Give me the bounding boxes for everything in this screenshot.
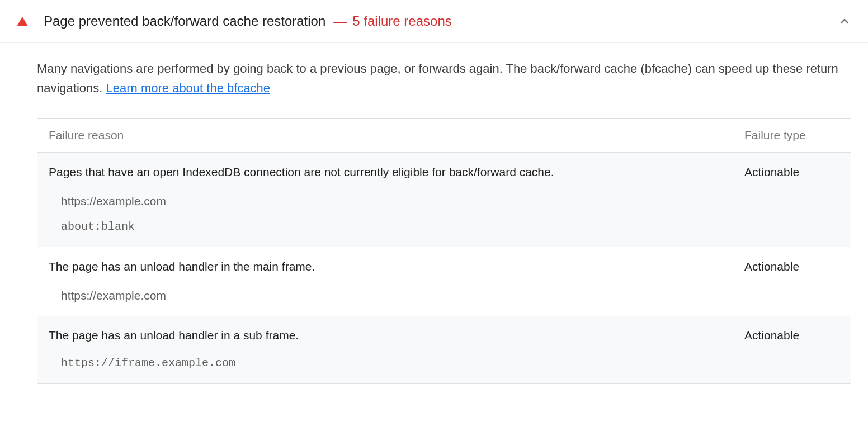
url-list: https://iframe.example.com <box>49 356 839 371</box>
learn-more-link[interactable]: Learn more about the bfcache <box>106 81 271 95</box>
failure-type: Actionable <box>744 260 839 273</box>
reason-text: Pages that have an open IndexedDB connec… <box>49 164 744 180</box>
dash-separator: — <box>333 13 347 29</box>
url-list: https://example.comabout:blank <box>49 193 839 235</box>
audit-header[interactable]: Page prevented back/forward cache restor… <box>0 0 868 43</box>
audit-body: Many navigations are performed by going … <box>0 43 868 400</box>
url-item: https://iframe.example.com <box>61 356 839 371</box>
warning-triangle-icon <box>17 17 28 26</box>
reason-text: The page has an unload handler in a sub … <box>49 327 744 343</box>
chevron-up-icon[interactable] <box>838 15 851 28</box>
url-item: about:blank <box>61 219 839 235</box>
audit-title: Page prevented back/forward cache restor… <box>44 13 326 29</box>
failure-summary: 5 failure reasons <box>352 13 451 29</box>
url-item: https://example.com <box>61 287 839 304</box>
table-body: Pages that have an open IndexedDB connec… <box>37 153 851 383</box>
table-row: Pages that have an open IndexedDB connec… <box>37 153 851 247</box>
url-item: https://example.com <box>61 193 839 209</box>
table-row: The page has an unload handler in a sub … <box>37 316 851 383</box>
col-header-type: Failure type <box>744 129 839 142</box>
url-list: https://example.com <box>49 287 839 304</box>
table-header: Failure reason Failure type <box>37 119 851 153</box>
table-row-top: The page has an unload handler in a sub … <box>49 327 839 343</box>
reason-text: The page has an unload handler in the ma… <box>49 258 744 274</box>
col-header-reason: Failure reason <box>49 129 744 142</box>
table-row: The page has an unload handler in the ma… <box>37 247 851 316</box>
audit-description: Many navigations are performed by going … <box>37 59 851 98</box>
failure-type: Actionable <box>744 329 839 342</box>
failure-table: Failure reason Failure type Pages that h… <box>37 118 851 384</box>
audit-container: Page prevented back/forward cache restor… <box>0 0 868 400</box>
table-row-top: Pages that have an open IndexedDB connec… <box>49 164 839 180</box>
table-row-top: The page has an unload handler in the ma… <box>49 258 839 274</box>
failure-type: Actionable <box>744 165 839 179</box>
